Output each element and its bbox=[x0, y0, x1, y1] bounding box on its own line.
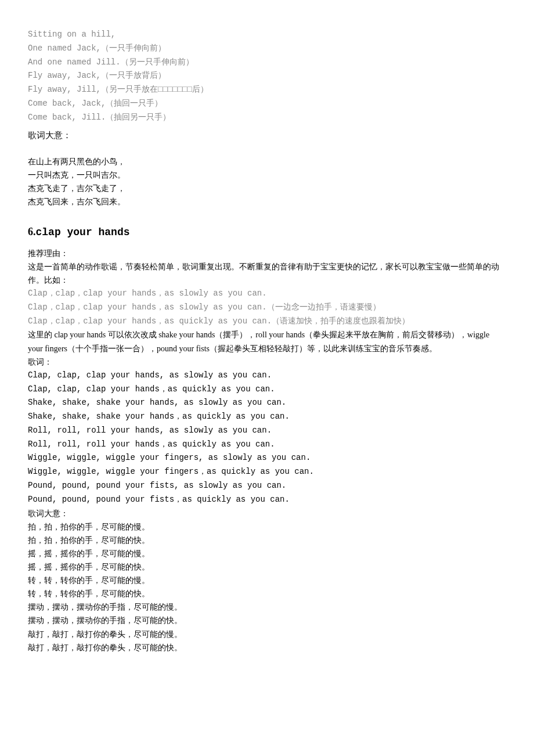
meaning-line: 拍，拍，拍你的手，尽可能的快。 bbox=[28, 534, 506, 547]
lyric-line: Come back, Jack,（抽回一只手） bbox=[28, 97, 506, 111]
meaning-line: 摆动，摆动，摆动你的手指，尽可能的快。 bbox=[28, 614, 506, 627]
meaning-line: 摇，摇，摇你的手，尽可能的慢。 bbox=[28, 547, 506, 560]
lyric-line: And one named Jill.（另一只手伸向前） bbox=[28, 56, 506, 70]
section5-lyrics-en: Sitting on a hill, One named Jack,（一只手伸向… bbox=[28, 28, 506, 125]
meaning-line: 拍，拍，拍你的手，尽可能的慢。 bbox=[28, 520, 506, 534]
section5-meaning-label: 歌词大意： bbox=[28, 128, 506, 142]
lyric-line: Roll, roll, roll your hands，as quickly a… bbox=[28, 438, 506, 452]
example-line: Clap，clap，clap your hands，as slowly as y… bbox=[28, 301, 506, 315]
meaning-line: 一只叫杰克，一只叫吉尔。 bbox=[28, 168, 506, 182]
example-line: Clap，clap，clap your hands，as slowly as y… bbox=[28, 287, 506, 301]
lyric-line: Fly away, Jill,（另一只手放在□□□□□□□后） bbox=[28, 83, 506, 97]
recommend-label: 推荐理由： bbox=[28, 247, 506, 260]
meaning-line: 转，转，转你的手，尽可能的慢。 bbox=[28, 574, 506, 587]
meaning-line: 杰克飞回来，吉尔飞回来。 bbox=[28, 195, 506, 208]
lyric-line: Shake, shake, shake your hands, as slowl… bbox=[28, 396, 506, 410]
meaning-line: 在山上有两只黑色的小鸟， bbox=[28, 155, 506, 168]
meaning-label: 歌词大意： bbox=[28, 507, 506, 520]
recommend-text: 这是一首简单的动作歌谣，节奏轻松简单，歌词重复出现。不断重复的音律有助于宝宝更快… bbox=[28, 260, 506, 287]
meaning-line: 杰克飞走了，吉尔飞走了， bbox=[28, 182, 506, 195]
lyric-line: Sitting on a hill, bbox=[28, 28, 506, 42]
lyric-line: Wiggle, wiggle, wiggle your fingers, as … bbox=[28, 451, 506, 465]
lyric-line: Clap, clap, clap your hands，as quickly a… bbox=[28, 383, 506, 397]
section-title-text: clap your hands bbox=[36, 226, 130, 238]
lyric-line: Clap, clap, clap your hands, as slowly a… bbox=[28, 369, 506, 383]
lyric-line: Roll, roll, roll your hands, as slowly a… bbox=[28, 424, 506, 438]
section6-meaning-lines: 拍，拍，拍你的手，尽可能的慢。 拍，拍，拍你的手，尽可能的快。 摇，摇，摇你的手… bbox=[28, 520, 506, 654]
meaning-line: 摇，摇，摇你的手，尽可能的快。 bbox=[28, 560, 506, 574]
section-number: 6. bbox=[28, 226, 36, 237]
section6-lyrics-en: Clap, clap, clap your hands, as slowly a… bbox=[28, 369, 506, 507]
meaning-line: 敲打，敲打，敲打你的拳头，尽可能的快。 bbox=[28, 641, 506, 654]
explain-text: 这里的 clap your hands 可以依次改成 shake your ha… bbox=[28, 328, 506, 355]
meaning-line: 转，转，转你的手，尽可能的快。 bbox=[28, 587, 506, 600]
example-line: Clap，clap，clap your hands，as quickly as … bbox=[28, 315, 506, 329]
section6-body: 推荐理由： 这是一首简单的动作歌谣，节奏轻松简单，歌词重复出现。不断重复的音律有… bbox=[28, 247, 506, 654]
lyric-line: Come back, Jill.（抽回另一只手） bbox=[28, 111, 506, 125]
lyric-line: Wiggle, wiggle, wiggle your fingers，as q… bbox=[28, 465, 506, 479]
section6-title: 6.clap your hands bbox=[28, 224, 506, 241]
meaning-line: 敲打，敲打，敲打你的拳头，尽可能的慢。 bbox=[28, 628, 506, 641]
meaning-line: 摆动，摆动，摆动你的手指，尽可能的慢。 bbox=[28, 600, 506, 614]
section5-meaning-lines: 在山上有两只黑色的小鸟， 一只叫杰克，一只叫吉尔。 杰克飞走了，吉尔飞走了， 杰… bbox=[28, 155, 506, 208]
lyrics-label: 歌词： bbox=[28, 355, 506, 369]
lyric-line: Pound, pound, pound your fists，as quickl… bbox=[28, 493, 506, 507]
lyric-line: Pound, pound, pound your fists, as slowl… bbox=[28, 479, 506, 493]
lyric-line: Shake, shake, shake your hands，as quickl… bbox=[28, 410, 506, 424]
lyric-line: One named Jack,（一只手伸向前） bbox=[28, 42, 506, 56]
lyric-line: Fly away, Jack,（一只手放背后） bbox=[28, 69, 506, 83]
